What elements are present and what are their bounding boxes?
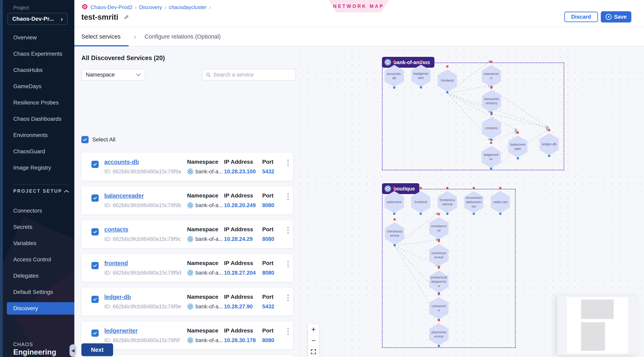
service-name-link[interactable]: balancereader — [104, 192, 187, 199]
map-node-label: recommendationservice — [466, 196, 482, 208]
service-name-link[interactable]: accounts-db — [104, 159, 187, 165]
minimap-viewport — [567, 297, 628, 354]
fullscreen-button[interactable] — [308, 346, 319, 357]
next-button[interactable]: Next — [82, 343, 113, 356]
sidebar-item-chaos-experiments[interactable]: Chaos Experiments — [3, 46, 74, 62]
service-menu-button[interactable] — [283, 259, 293, 268]
chevron-right-icon: › — [209, 4, 211, 11]
sidebar-item-default-settings[interactable]: Default Settings — [3, 284, 74, 300]
map-node-ledgerwriter[interactable]: ledgerwriter — [482, 146, 501, 168]
tab-configure-relations[interactable]: Configure relations (Optional) — [144, 33, 221, 40]
sidebar-item-image-registry[interactable]: Image Registry — [3, 160, 74, 176]
map-node-paymentservice[interactable]: paymentservice — [429, 323, 448, 345]
map-node-redis-cart[interactable]: redis-cart — [491, 191, 510, 213]
sidebar-item-resilience-probes[interactable]: Resilience Probes — [3, 94, 74, 111]
node-input-handle — [438, 240, 440, 242]
map-node-frontend-external[interactable]: frontend-external — [438, 191, 457, 213]
service-search — [202, 69, 296, 80]
discard-button[interactable]: Discard — [564, 12, 598, 22]
search-input[interactable] — [214, 72, 292, 78]
map-node-contacts[interactable]: contacts — [482, 117, 501, 139]
namespace-filter-dropdown[interactable]: Namespace — [82, 69, 145, 80]
sidebar-item-discovery[interactable]: Discovery — [7, 302, 74, 314]
map-node-checkoutservice[interactable]: checkoutservice — [385, 222, 404, 244]
service-checkbox[interactable] — [92, 262, 99, 269]
map-node-transactionhistory[interactable]: transactionhistory — [482, 90, 501, 112]
service-checkbox[interactable] — [92, 161, 99, 168]
map-node-currencyservice[interactable]: currencyservice — [429, 244, 448, 266]
sidebar-item-secrets[interactable]: Secrets — [3, 219, 74, 235]
map-node-recommendationservice[interactable]: recommendationservice — [464, 191, 484, 213]
map-node-label: userservice — [483, 72, 500, 80]
breadcrumb-link[interactable]: Chaos-Dev-Prod2 — [90, 4, 132, 10]
map-node-balancereader[interactable]: balancereader — [508, 136, 528, 158]
service-name-link[interactable]: ledgerwriter — [104, 328, 187, 334]
service-menu-button[interactable] — [283, 158, 293, 166]
map-node-cartservice[interactable]: cartservice — [429, 297, 448, 319]
project-selector[interactable]: Chaos-Dev-Pr... › — [8, 13, 68, 25]
sidebar-item-chaosguard[interactable]: ChaosGuard — [3, 143, 74, 160]
check-icon — [93, 162, 98, 167]
service-checkbox[interactable] — [92, 296, 99, 303]
sidebar-item-gamedays[interactable]: GameDays — [3, 78, 74, 94]
service-name-link[interactable]: ledger-db — [104, 294, 187, 300]
service-ip-value: 10.28.20.249 — [224, 202, 262, 208]
check-icon — [93, 297, 98, 302]
tab-select-services[interactable]: Select services — [82, 33, 120, 40]
project-setup-label: PROJECT SETUP — [13, 188, 62, 194]
map-node-label: redis-cart — [493, 200, 508, 204]
sidebar-item-chaos-dashboards[interactable]: Chaos Dashboards — [3, 111, 74, 127]
map-node-frontend[interactable]: frontend — [438, 70, 457, 92]
nav-rail — [0, 0, 3, 357]
sidebar-item-environments[interactable]: Environments — [3, 127, 74, 143]
sidebar-item-delegates[interactable]: Delegates — [3, 268, 74, 284]
breadcrumb-link[interactable]: Discovery — [139, 4, 162, 10]
service-namespace-value: bank-of-a... — [187, 168, 224, 175]
map-node-label: cartservice — [430, 304, 447, 312]
sidebar-item-variables[interactable]: Variables — [3, 235, 74, 251]
zoom-out-button[interactable]: − — [308, 335, 319, 346]
service-menu-button[interactable] — [283, 191, 293, 200]
map-node-productcatalogservice[interactable]: productcatalogservice — [429, 270, 448, 293]
edit-title-icon[interactable]: ✎ — [122, 15, 130, 20]
sidebar-collapse-button[interactable]: ◀ — [70, 344, 76, 357]
service-name-link[interactable]: contacts — [104, 226, 187, 233]
node-input-handle — [490, 61, 492, 63]
service-hexagon: cartservice — [429, 297, 448, 319]
service-menu-button[interactable] — [283, 225, 293, 234]
map-node-accounts-db[interactable]: accounts-db — [384, 65, 404, 87]
node-input-handle — [393, 61, 396, 63]
sidebar-item-overview[interactable]: Overview — [3, 29, 74, 46]
sidebar-item-chaoshubs[interactable]: ChaosHubs — [3, 62, 74, 78]
service-hexagon: balancereader — [508, 136, 528, 158]
map-node-frontend[interactable]: frontend — [411, 191, 430, 213]
map-node-label: accounts-db — [386, 72, 402, 80]
project-setup-header[interactable]: PROJECT SETUP — [13, 188, 69, 194]
service-menu-button[interactable] — [283, 326, 293, 335]
service-name-link[interactable]: frontend — [104, 260, 187, 266]
map-minimap[interactable] — [557, 295, 638, 355]
service-checkbox[interactable] — [92, 194, 99, 202]
map-node-loadgenerator[interactable]: loadgenerator — [411, 65, 430, 87]
service-hexagon: emailservice — [429, 217, 448, 239]
column-header-namespace: Namespace — [187, 260, 224, 266]
map-node-ledger-db[interactable]: ledger-db — [540, 133, 559, 155]
service-checkbox[interactable] — [92, 228, 99, 236]
sidebar-item-access-control[interactable]: Access Control — [3, 251, 74, 268]
kubernetes-wheel-icon — [187, 202, 194, 208]
service-card: frontendNamespaceIP AddressPortID: 662b6… — [82, 254, 293, 282]
select-all[interactable]: Select All — [82, 136, 115, 143]
map-node-emailservice[interactable]: emailservice — [429, 217, 448, 239]
service-checkbox[interactable] — [92, 330, 99, 337]
breadcrumb-link[interactable]: chaosdaycluster — [169, 4, 206, 10]
sidebar-item-connectors[interactable]: Connectors — [3, 202, 74, 219]
save-button[interactable]: Save — [601, 11, 631, 22]
select-all-checkbox[interactable] — [82, 136, 88, 143]
column-header-port: Port — [262, 159, 283, 165]
map-node-userservice[interactable]: userservice — [482, 65, 501, 87]
service-card: contactsNamespaceIP AddressPortID: 662b6… — [82, 220, 293, 248]
service-menu-button[interactable] — [283, 292, 293, 301]
service-ip-value: 10.28.27.90 — [224, 304, 262, 310]
zoom-in-button[interactable]: + — [308, 324, 319, 335]
map-node-adservice[interactable]: adservice — [384, 191, 404, 213]
